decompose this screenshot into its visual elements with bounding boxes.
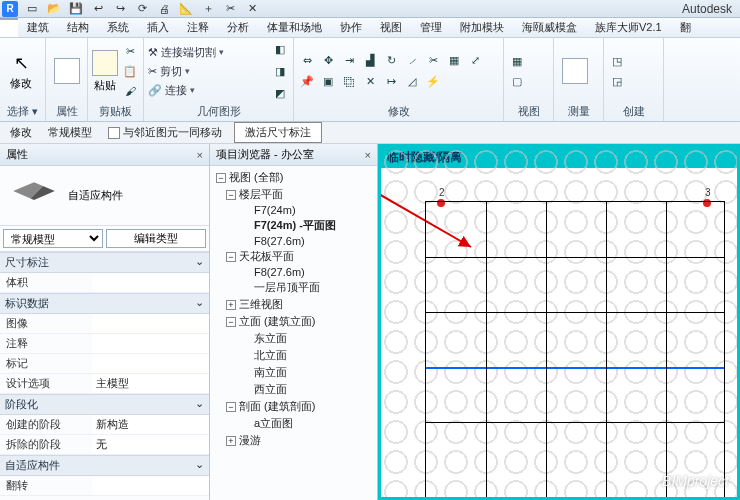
pin-icon[interactable]: 📌 (298, 73, 316, 91)
geom-icon-3[interactable]: ◩ (271, 84, 289, 102)
expand-icon[interactable]: + (226, 436, 236, 446)
tab-insert[interactable]: 插入 (138, 18, 178, 37)
corner-icon[interactable]: ◿ (403, 73, 421, 91)
prop-row-mark[interactable]: 标记 (0, 354, 209, 374)
qat-redo-icon[interactable]: ↪ (110, 1, 130, 17)
align-icon[interactable]: ⇔ (298, 52, 316, 70)
close-icon[interactable]: × (197, 149, 203, 161)
match-icon[interactable]: 🖌 (121, 82, 139, 100)
tab-plugin2[interactable]: 族库大师V2.1 (586, 18, 671, 37)
delete-icon[interactable]: ✕ (361, 73, 379, 91)
collapse-icon[interactable]: − (226, 317, 236, 327)
cope-button[interactable]: ⚒连接端切割▾ (148, 45, 224, 60)
cat-phasing[interactable]: 阶段化⌄ (0, 394, 209, 415)
cat-adaptive[interactable]: 自适应构件⌄ (0, 455, 209, 476)
group-icon[interactable]: ▣ (319, 73, 337, 91)
qat-save-icon[interactable]: 💾 (66, 1, 86, 17)
tree-item[interactable]: F8(27.6m) (212, 234, 375, 248)
drawing-canvas[interactable]: 临时隐藏/隔离 2 3 BIMproject (378, 144, 740, 500)
tab-modify[interactable] (0, 18, 18, 37)
move-icon[interactable]: ✥ (319, 52, 337, 70)
tree-item-active[interactable]: F7(24m) -平面图 (212, 217, 375, 234)
qat-new-icon[interactable]: ▭ (22, 1, 42, 17)
tree-views-root[interactable]: −视图 (全部) (212, 169, 375, 186)
prop-row-created[interactable]: 创建的阶段新构造 (0, 415, 209, 435)
tree-3d[interactable]: +三维视图 (212, 296, 375, 313)
geom-icon-1[interactable]: ◧ (271, 40, 289, 58)
paste-button[interactable]: 粘贴 (92, 49, 118, 93)
view-icon-1[interactable]: ▦ (508, 52, 526, 70)
create-icon-1[interactable]: ◳ (608, 52, 626, 70)
cat-dimensions[interactable]: 尺寸标注⌄ (0, 252, 209, 273)
qat-add-icon[interactable]: ＋ (198, 1, 218, 17)
array-icon[interactable]: ▦ (445, 52, 463, 70)
collapse-icon[interactable]: − (226, 252, 236, 262)
tree-item[interactable]: 西立面 (212, 381, 375, 398)
type-preview[interactable]: 自适应构件 (0, 166, 209, 226)
join-geom-button[interactable]: 🔗连接▾ (148, 83, 224, 98)
tree-sections[interactable]: −剖面 (建筑剖面) (212, 398, 375, 415)
tree-item[interactable]: a立面图 (212, 415, 375, 432)
create-icon-2[interactable]: ◲ (608, 72, 626, 90)
app-logo-icon[interactable]: R (2, 1, 18, 17)
tab-more[interactable]: 翻 (671, 18, 700, 37)
offset-icon[interactable]: ⇥ (340, 52, 358, 70)
prop-row-demolished[interactable]: 拆除的阶段无 (0, 435, 209, 455)
measure-button[interactable] (558, 49, 592, 93)
scale-icon[interactable]: ⤢ (466, 52, 484, 70)
collapse-icon[interactable]: − (216, 173, 226, 183)
checkbox-icon[interactable] (108, 127, 120, 139)
copy-icon[interactable]: 📋 (121, 62, 139, 80)
prop-row-comments[interactable]: 注释 (0, 334, 209, 354)
qat-undo-icon[interactable]: ↩ (88, 1, 108, 17)
trim-icon[interactable]: ⟋ (403, 52, 421, 70)
qat-print-icon[interactable]: 🖨 (154, 1, 174, 17)
tree-item[interactable]: 一层吊顶平面 (212, 279, 375, 296)
prop-row-flip[interactable]: 翻转 (0, 476, 209, 496)
rotate-icon[interactable]: ↻ (382, 52, 400, 70)
cut-geom-button[interactable]: ✂剪切▾ (148, 64, 224, 79)
mirror-icon[interactable]: ▟ (361, 52, 379, 70)
tree-item[interactable]: F7(24m) (212, 203, 375, 217)
edit-type-button[interactable]: 编辑类型 (106, 229, 206, 248)
tree-ceilingplans[interactable]: −天花板平面 (212, 248, 375, 265)
properties-button[interactable] (50, 49, 83, 93)
tree-item[interactable]: 北立面 (212, 347, 375, 364)
tab-manage[interactable]: 管理 (411, 18, 451, 37)
collapse-icon[interactable]: − (226, 190, 236, 200)
copy-mod-icon[interactable]: ⿻ (340, 73, 358, 91)
tab-analyze[interactable]: 分析 (218, 18, 258, 37)
cut-icon[interactable]: ✂ (121, 42, 139, 60)
tab-addins[interactable]: 附加模块 (451, 18, 513, 37)
geom-icon-2[interactable]: ◨ (271, 62, 289, 80)
tree-elevations[interactable]: −立面 (建筑立面) (212, 313, 375, 330)
qat-cut-icon[interactable]: ✂ (220, 1, 240, 17)
tab-view[interactable]: 视图 (371, 18, 411, 37)
tree-walkthrough[interactable]: +漫游 (212, 432, 375, 449)
tree-item[interactable]: F8(27.6m) (212, 265, 375, 279)
qat-measure-icon[interactable]: 📐 (176, 1, 196, 17)
tree-floorplans[interactable]: −楼层平面 (212, 186, 375, 203)
close-icon[interactable]: × (365, 149, 371, 161)
tab-massing[interactable]: 体量和场地 (258, 18, 331, 37)
activate-dimensions-button[interactable]: 激活尺寸标注 (234, 122, 322, 143)
tab-plugin1[interactable]: 海颐威模盒 (513, 18, 586, 37)
tab-system[interactable]: 系统 (98, 18, 138, 37)
split-icon[interactable]: ✂ (424, 52, 442, 70)
demolish-icon[interactable]: ⚡ (424, 73, 442, 91)
qat-sync-icon[interactable]: ⟳ (132, 1, 152, 17)
prop-row-image[interactable]: 图像 (0, 314, 209, 334)
modify-tool-button[interactable]: ↖修改 (4, 49, 38, 93)
qat-close-icon[interactable]: ✕ (242, 1, 262, 17)
qat-open-icon[interactable]: 📂 (44, 1, 64, 17)
type-selector[interactable]: 常规模型 (3, 229, 103, 248)
tree-item[interactable]: 南立面 (212, 364, 375, 381)
tab-struct[interactable]: 结构 (58, 18, 98, 37)
tab-collab[interactable]: 协作 (331, 18, 371, 37)
opt-move-with[interactable]: 与邻近图元一同移动 (104, 123, 226, 142)
tree-item[interactable]: 东立面 (212, 330, 375, 347)
extend-icon[interactable]: ↦ (382, 73, 400, 91)
cat-identity[interactable]: 标识数据⌄ (0, 293, 209, 314)
tab-arch[interactable]: 建筑 (18, 18, 58, 37)
collapse-icon[interactable]: − (226, 402, 236, 412)
